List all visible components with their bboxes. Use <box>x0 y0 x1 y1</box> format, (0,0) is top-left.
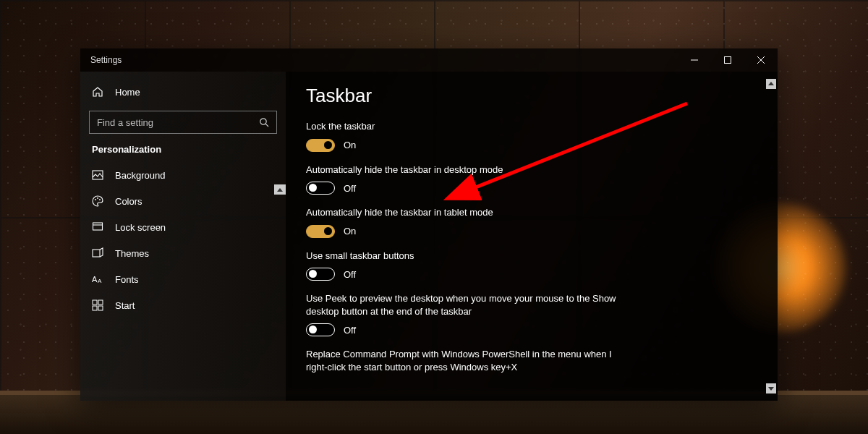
toggle-lock[interactable] <box>306 139 335 152</box>
maximize-button[interactable] <box>711 48 744 72</box>
search-icon <box>258 116 269 128</box>
scroll-down-icon[interactable] <box>766 383 776 393</box>
setting-label: Use small taskbar buttons <box>306 250 624 263</box>
toggle-small-buttons[interactable] <box>306 268 335 281</box>
svg-text:A: A <box>92 275 98 284</box>
svg-point-9 <box>99 199 101 200</box>
setting-small-buttons: Use small taskbar buttons Off <box>306 250 749 281</box>
sidebar-item-themes[interactable]: Themes <box>80 240 286 266</box>
toggle-state: Off <box>344 269 356 280</box>
svg-line-5 <box>265 124 268 127</box>
setting-autohide-tablet: Automatically hide the taskbar in tablet… <box>306 206 749 238</box>
svg-rect-15 <box>93 300 97 305</box>
window-title: Settings <box>90 55 122 65</box>
sidebar-scroll-up[interactable] <box>274 184 286 195</box>
picture-icon <box>92 169 103 181</box>
svg-rect-10 <box>93 223 103 230</box>
toggle-autohide-desktop[interactable] <box>306 182 335 195</box>
settings-window: Settings Home <box>80 48 778 401</box>
content-pane: Taskbar Lock the taskbar On Automaticall… <box>286 72 778 401</box>
titlebar: Settings <box>80 48 778 72</box>
themes-icon <box>92 247 103 259</box>
svg-text:A: A <box>98 278 102 284</box>
setting-label: Automatically hide the taskbar in tablet… <box>306 206 624 219</box>
sidebar: Home Personalization Background <box>80 72 286 401</box>
sidebar-section-header: Personalization <box>80 144 286 162</box>
sidebar-item-label: Start <box>115 300 135 311</box>
sidebar-item-start[interactable]: Start <box>80 292 286 318</box>
sidebar-home-label: Home <box>115 87 140 98</box>
setting-lock: Lock the taskbar On <box>306 120 749 152</box>
svg-point-8 <box>97 197 98 199</box>
sidebar-item-colors[interactable]: Colors <box>80 188 286 214</box>
toggle-state: On <box>344 140 356 150</box>
fonts-icon: AA <box>92 273 103 285</box>
toggle-autohide-tablet[interactable] <box>306 225 335 238</box>
window-controls <box>678 48 778 72</box>
sidebar-home[interactable]: Home <box>80 79 286 105</box>
page-title: Taskbar <box>306 85 749 107</box>
toggle-state: Off <box>344 183 356 194</box>
setting-label: Use Peek to preview the desktop when you… <box>306 292 624 318</box>
lockscreen-icon <box>92 221 103 233</box>
sidebar-item-label: Colors <box>115 196 142 207</box>
sidebar-item-background[interactable]: Background <box>80 162 286 188</box>
setting-label: Replace Command Prompt with Windows Powe… <box>306 348 624 373</box>
start-icon <box>92 299 103 311</box>
sidebar-item-fonts[interactable]: AA Fonts <box>80 266 286 292</box>
svg-rect-12 <box>93 250 100 257</box>
toggle-peek[interactable] <box>306 323 335 336</box>
sidebar-item-label: Themes <box>115 248 149 259</box>
setting-label: Automatically hide the taskbar in deskto… <box>306 163 624 176</box>
setting-autohide-desktop: Automatically hide the taskbar in deskto… <box>306 163 749 195</box>
svg-rect-18 <box>98 306 103 310</box>
svg-point-7 <box>95 199 96 200</box>
sidebar-item-label: Lock screen <box>115 222 166 233</box>
setting-peek: Use Peek to preview the desktop when you… <box>306 292 749 336</box>
search-input[interactable] <box>97 117 258 128</box>
svg-point-4 <box>260 119 265 124</box>
sidebar-item-label: Fonts <box>115 274 139 285</box>
svg-rect-16 <box>98 300 103 305</box>
toggle-state: Off <box>344 325 356 336</box>
setting-label: Lock the taskbar <box>306 120 624 133</box>
close-button[interactable] <box>744 48 778 72</box>
sidebar-item-label: Background <box>115 170 165 181</box>
sidebar-item-lockscreen[interactable]: Lock screen <box>80 214 286 240</box>
home-icon <box>92 86 103 98</box>
svg-rect-17 <box>93 306 97 310</box>
scroll-up-icon[interactable] <box>766 79 776 89</box>
search-input-wrap[interactable] <box>89 111 277 134</box>
content-scrollbar[interactable] <box>766 79 776 393</box>
minimize-button[interactable] <box>678 48 711 72</box>
palette-icon <box>92 195 103 207</box>
setting-powershell: Replace Command Prompt with Windows Powe… <box>306 348 749 373</box>
toggle-state: On <box>344 226 356 237</box>
svg-rect-1 <box>725 57 731 64</box>
